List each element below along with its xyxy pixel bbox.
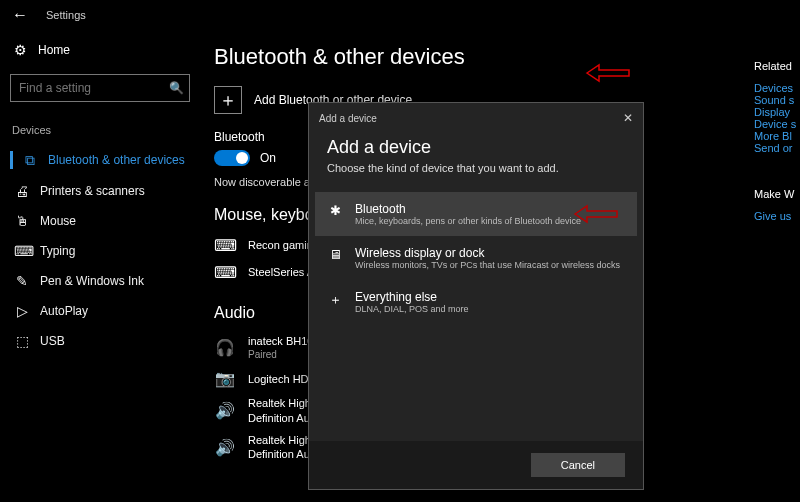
dialog-title: Add a device bbox=[327, 137, 625, 158]
device-name: Logitech HD bbox=[248, 372, 309, 386]
nav-icon: 🖱 bbox=[14, 213, 30, 229]
back-button[interactable]: ← bbox=[12, 6, 28, 24]
device-type-option[interactable]: 🖥Wireless display or dockWireless monito… bbox=[315, 236, 637, 280]
nav-icon: ▷ bbox=[14, 303, 30, 319]
audio-icon: 🔊 bbox=[214, 438, 236, 457]
related-link[interactable]: Sound s bbox=[754, 94, 800, 106]
related-link[interactable]: Devices bbox=[754, 82, 800, 94]
option-icon: ＋ bbox=[327, 291, 343, 314]
bluetooth-toggle[interactable] bbox=[214, 150, 250, 166]
feedback-link[interactable]: Give us bbox=[754, 210, 800, 222]
nav-icon: ⬚ bbox=[14, 333, 30, 349]
device-name: Realtek HighDefinition Au bbox=[248, 433, 311, 462]
nav-label: Pen & Windows Ink bbox=[40, 274, 144, 288]
search-icon: 🔍 bbox=[169, 81, 184, 95]
option-icon: 🖥 bbox=[327, 247, 343, 270]
sidebar-item[interactable]: ✎Pen & Windows Ink bbox=[10, 266, 190, 296]
option-title: Bluetooth bbox=[355, 202, 581, 216]
home-button[interactable]: ⚙ Home bbox=[10, 36, 190, 64]
page-title: Bluetooth & other devices bbox=[214, 44, 786, 70]
audio-icon: 📷 bbox=[214, 369, 236, 388]
sidebar-item[interactable]: ▷AutoPlay bbox=[10, 296, 190, 326]
keyboard-icon: ⌨ bbox=[214, 236, 236, 255]
home-label: Home bbox=[38, 43, 70, 57]
cancel-button[interactable]: Cancel bbox=[531, 453, 625, 477]
nav-icon: ⧉ bbox=[22, 152, 38, 169]
nav-icon: 🖨 bbox=[14, 183, 30, 199]
annotation-arrow-1 bbox=[585, 63, 631, 86]
option-icon: ✱ bbox=[327, 203, 343, 226]
nav-label: Mouse bbox=[40, 214, 76, 228]
close-icon[interactable]: ✕ bbox=[623, 111, 633, 125]
device-type-option[interactable]: ✱BluetoothMice, keyboards, pens or other… bbox=[315, 192, 637, 236]
option-desc: DLNA, DIAL, POS and more bbox=[355, 304, 469, 314]
annotation-arrow-2 bbox=[573, 204, 619, 227]
related-link[interactable]: More Bl bbox=[754, 130, 800, 142]
dialog-footer: Cancel bbox=[309, 441, 643, 489]
gear-icon: ⚙ bbox=[12, 42, 28, 58]
add-device-dialog: Add a device ✕ Add a device Choose the k… bbox=[308, 102, 644, 490]
sidebar-item[interactable]: ⬚USB bbox=[10, 326, 190, 356]
nav-label: Typing bbox=[40, 244, 75, 258]
option-title: Everything else bbox=[355, 290, 469, 304]
sidebar-group-label: Devices bbox=[10, 124, 190, 136]
sidebar-item[interactable]: ⌨Typing bbox=[10, 236, 190, 266]
nav-label: USB bbox=[40, 334, 65, 348]
search-box[interactable]: 🔍 bbox=[10, 74, 190, 102]
window-header: ← Settings bbox=[0, 0, 800, 30]
option-title: Wireless display or dock bbox=[355, 246, 620, 260]
related-header: Related bbox=[754, 60, 800, 72]
nav-label: Bluetooth & other devices bbox=[48, 153, 185, 167]
audio-icon: 🎧 bbox=[214, 338, 236, 357]
dialog-header-title: Add a device bbox=[319, 113, 377, 124]
device-name: Realtek HighDefinition Au bbox=[248, 396, 311, 425]
related-link[interactable]: Display bbox=[754, 106, 800, 118]
keyboard-icon: ⌨ bbox=[214, 263, 236, 282]
window-title: Settings bbox=[46, 9, 86, 21]
nav-label: AutoPlay bbox=[40, 304, 88, 318]
device-name: Recon gamin bbox=[248, 238, 313, 252]
right-column: Related DevicesSound sDisplayDevice sMor… bbox=[750, 60, 800, 222]
dialog-subtitle: Choose the kind of device that you want … bbox=[327, 162, 625, 174]
audio-icon: 🔊 bbox=[214, 401, 236, 420]
sidebar-item[interactable]: ⧉Bluetooth & other devices bbox=[10, 144, 190, 176]
plus-icon[interactable]: ＋ bbox=[214, 86, 242, 114]
option-desc: Wireless monitors, TVs or PCs that use M… bbox=[355, 260, 620, 270]
sidebar-item[interactable]: 🖨Printers & scanners bbox=[10, 176, 190, 206]
nav-icon: ⌨ bbox=[14, 243, 30, 259]
bluetooth-state: On bbox=[260, 151, 276, 165]
sidebar-item[interactable]: 🖱Mouse bbox=[10, 206, 190, 236]
nav-icon: ✎ bbox=[14, 273, 30, 289]
makew-header: Make W bbox=[754, 188, 800, 200]
option-desc: Mice, keyboards, pens or other kinds of … bbox=[355, 216, 581, 226]
sidebar: ⚙ Home 🔍 Devices ⧉Bluetooth & other devi… bbox=[0, 30, 200, 502]
nav-label: Printers & scanners bbox=[40, 184, 145, 198]
related-link[interactable]: Send or bbox=[754, 142, 800, 154]
search-input[interactable] bbox=[19, 81, 169, 95]
device-type-option[interactable]: ＋Everything elseDLNA, DIAL, POS and more bbox=[315, 280, 637, 324]
related-link[interactable]: Device s bbox=[754, 118, 800, 130]
